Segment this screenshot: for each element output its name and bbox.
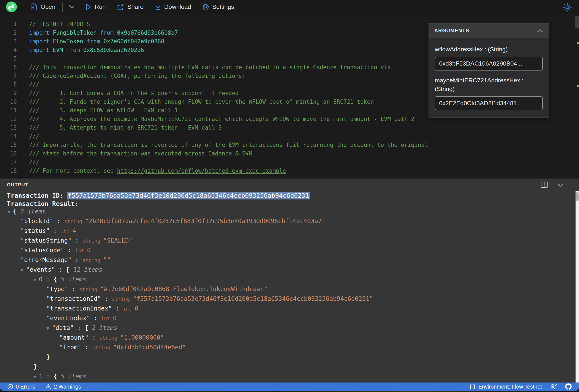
code-token: /// 2. Funds the signer's COA with enoug…	[29, 99, 374, 105]
code-token: /// For more context, see	[29, 168, 117, 174]
account-icon[interactable]	[550, 384, 557, 390]
json-brace: [	[66, 266, 73, 273]
code-token: ///	[29, 159, 39, 165]
json-type: string	[92, 345, 113, 350]
json-key: "events"	[26, 266, 55, 273]
indent-guide	[36, 333, 36, 342]
open-button[interactable]: Open	[31, 3, 56, 10]
transaction-result-label: Transaction Result:	[7, 200, 78, 207]
maybe-mint-erc721-address-input[interactable]: 0x2E2Ed0Cfd3AD2f1d34481...	[435, 96, 543, 110]
json-items: 5 items	[61, 276, 86, 283]
code-token: EVM	[53, 47, 67, 53]
indent-guide	[23, 313, 23, 323]
json-tree-row: "transactionIndex" : int 0	[0, 304, 575, 313]
code-text: /// state before the transaction was exe…	[17, 149, 256, 158]
github-icon[interactable]	[565, 383, 572, 390]
download-button[interactable]: Download	[155, 3, 191, 10]
indent-guide	[10, 275, 10, 284]
json-type: int	[101, 316, 113, 321]
indent-guide	[10, 362, 10, 372]
code-text: import FungibleToken from 0x9a0766d93b66…	[17, 28, 178, 37]
transaction-id-line: Transaction ID: f557a1573b76aa53e73d46f3…	[7, 192, 310, 199]
json-colon: :	[90, 315, 101, 322]
code-token: 0x7e60df042a9c0868	[103, 38, 164, 45]
json-key: "eventIndex"	[46, 315, 90, 322]
line-number: 2	[0, 28, 17, 37]
json-tree-row: "transactionId" : string "f557a1573b76aa…	[0, 294, 575, 304]
download-icon	[155, 3, 161, 10]
chevron-up-icon[interactable]	[537, 29, 543, 33]
json-key: "from"	[59, 344, 81, 351]
settings-button[interactable]: Settings	[202, 3, 234, 10]
error-icon	[7, 384, 13, 390]
json-tree-row: "amount" : string "1.00000000"	[0, 333, 575, 342]
collapse-arrow-icon[interactable]: ▼	[20, 268, 26, 273]
open-label: Open	[41, 3, 56, 10]
json-tree-row: }	[0, 352, 575, 362]
transaction-id-value[interactable]: f557a1573b76aa53e73d46f3e10d200d5c18a653…	[67, 192, 310, 199]
indent-guide	[10, 245, 10, 255]
json-num: 0	[113, 315, 117, 322]
run-button[interactable]: Run	[85, 3, 106, 10]
output-scrollbar[interactable]	[576, 191, 579, 383]
arguments-body: wflowAddressHex : (String) 0xd3bF53DAC10…	[429, 38, 549, 117]
warning-marker	[577, 42, 579, 44]
line-number: 1	[0, 20, 17, 28]
run-play-icon	[85, 3, 92, 10]
code-line: 14///	[0, 132, 579, 141]
editor-pane: 1// TESTNET IMPORTS2import FungibleToken…	[0, 14, 579, 178]
collapse-arrow-icon[interactable]: ▼	[46, 326, 52, 331]
app-window: Open Run Share	[0, 0, 579, 391]
status-bar: 0 Errors 2 Warnings { } Environment: Flo…	[0, 383, 579, 391]
code-text: ///	[17, 80, 39, 89]
code-token: ///	[29, 133, 39, 140]
json-key: "transactionId"	[46, 295, 101, 302]
json-colon: :	[50, 227, 61, 234]
json-tree-row: "from" : string "0xfd3b4cd50d44e6ed"	[0, 342, 575, 352]
code-text	[17, 54, 29, 63]
line-number: 10	[0, 98, 17, 106]
indent-guide	[36, 342, 36, 352]
collapse-arrow-icon[interactable]: ▼	[7, 209, 13, 215]
line-number: 9	[0, 89, 17, 98]
line-number: 11	[0, 106, 17, 115]
theme-toggle-button[interactable]	[563, 2, 572, 13]
flow-logo[interactable]	[6, 1, 17, 12]
chevron-down-icon	[69, 5, 75, 9]
environment-label: Environment: Flow Testnet	[478, 384, 542, 390]
editor-scrollbar[interactable]	[575, 14, 579, 178]
json-tree-row: "status" : int 4	[0, 226, 575, 236]
output-scrollbar-thumb[interactable]	[576, 192, 579, 201]
errors-status[interactable]: 0 Errors	[7, 384, 35, 390]
split-editor-icon[interactable]	[541, 181, 548, 188]
warning-icon	[45, 384, 51, 390]
environment-status[interactable]: { } Environment: Flow Testnet	[469, 384, 542, 390]
share-button[interactable]: Share	[117, 3, 144, 10]
line-number: 8	[0, 80, 17, 89]
wflow-address-input[interactable]: 0xd3bF53DAC106A0290B04...	[435, 57, 543, 70]
indent-guide	[49, 342, 49, 352]
code-token: import	[29, 30, 53, 36]
indent-guide	[10, 313, 10, 323]
code-line: 17///	[0, 158, 579, 167]
arguments-header[interactable]: ARGUMENTS	[429, 23, 549, 38]
code-text: // TESTNET IMPORTS	[17, 20, 90, 28]
code-text: /// 1. Configures a COA in the signer's …	[17, 89, 239, 98]
json-type: string	[79, 286, 100, 292]
code-link[interactable]: https://github.com/onflow/batched-evm-ex…	[117, 168, 286, 174]
code-token: 0x9a0766d93b6608b7	[117, 30, 178, 36]
warnings-status[interactable]: 2 Warnings	[45, 384, 81, 390]
code-token: /// state before the transaction was exe…	[29, 150, 256, 157]
json-index: 1	[39, 373, 43, 380]
collapse-output-chevron-icon[interactable]	[557, 181, 564, 188]
collapse-arrow-icon[interactable]: ▼	[33, 374, 39, 380]
code-token: /// 3. Wraps FLOW as WFLOW - EVM call 1	[29, 107, 178, 114]
json-tree-row: "type" : string "A.7e60df042a9c0868.Flow…	[0, 284, 575, 294]
output-title: OUTPUT	[7, 182, 28, 188]
json-str: "2b28cbfb87da2cfec4f0232c6f883f0f12c95b3…	[85, 218, 325, 225]
editor-scrollbar-thumb[interactable]	[575, 16, 579, 28]
collapse-arrow-icon[interactable]: ▼	[33, 277, 39, 282]
open-dropdown-chevron[interactable]	[69, 5, 75, 9]
code-token: import	[29, 47, 53, 53]
json-brace: }	[46, 353, 50, 361]
